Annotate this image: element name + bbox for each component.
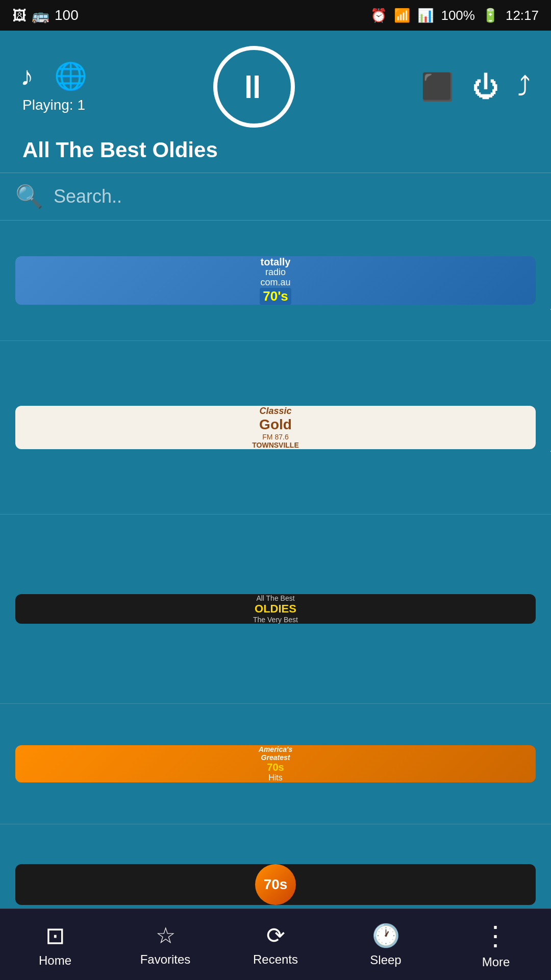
recents-icon: ⟳	[266, 922, 285, 948]
station-list: totally radio com.au 70's Totally Radio …	[0, 220, 551, 921]
status-icon-nav: 🚌	[32, 7, 49, 24]
favorites-icon: ☆	[156, 922, 176, 948]
clock-time: 12:17	[506, 8, 539, 23]
list-item[interactable]: totally radio com.au 70's Totally Radio …	[0, 220, 551, 341]
station-logo-oldies: All The Best OLDIES The Very Best	[15, 594, 536, 624]
playing-label: Playing: 1	[22, 97, 85, 113]
music-note-icon[interactable]: ♪	[20, 61, 34, 92]
left-controls: ♪ 🌐 Playing: 1	[20, 61, 87, 113]
home-icon: ⊡	[45, 922, 65, 949]
station-logo-totally: totally radio com.au 70's	[15, 256, 536, 304]
status-number: 100	[55, 7, 79, 23]
stop-icon[interactable]: ⬛	[421, 71, 454, 103]
nav-recents[interactable]: ⟳ Recents	[220, 922, 331, 967]
nav-home[interactable]: ⊡ Home	[0, 922, 110, 968]
signal-icon: 📊	[417, 8, 434, 23]
search-icon: 🔍	[15, 183, 43, 210]
nav-favorites[interactable]: ☆ Favorites	[110, 922, 220, 967]
nav-home-label: Home	[39, 953, 71, 968]
pause-button-wrap: ⏸	[213, 46, 295, 128]
list-item[interactable]: 70s San Franciscos 70s Hits USA 128k - 7…	[0, 824, 551, 921]
list-item[interactable]: Classic Gold FM 87.6 TOWNSVILLE Classic …	[0, 341, 551, 514]
player-area: ♪ 🌐 Playing: 1 ⏸ ⬛ ⏻ ⤴ All The Best Oldi…	[0, 31, 551, 173]
share-icon[interactable]: ⤴	[517, 71, 531, 102]
status-left: 🖼 🚌 100	[12, 7, 79, 24]
globe-icon[interactable]: 🌐	[54, 61, 87, 92]
right-controls: ⬛ ⏻ ⤴	[421, 71, 531, 103]
power-icon[interactable]: ⏻	[472, 71, 499, 102]
now-playing-title: All The Best Oldies	[20, 138, 531, 162]
pause-icon: ⏸	[236, 68, 272, 106]
wifi-icon: 📶	[394, 8, 410, 23]
search-bar: 🔍	[0, 173, 551, 220]
search-input[interactable]	[54, 186, 536, 207]
player-controls-row: ♪ 🌐 Playing: 1 ⏸ ⬛ ⏻ ⤴	[20, 46, 531, 128]
more-icon: ⋮	[482, 920, 510, 951]
alarm-icon: ⏰	[370, 8, 387, 23]
nav-more[interactable]: ⋮ More	[441, 920, 551, 969]
status-bar: 🖼 🚌 100 ⏰ 📶 📊 100% 🔋 12:17	[0, 0, 551, 31]
nav-sleep[interactable]: 🕐 Sleep	[331, 922, 441, 967]
nav-sleep-label: Sleep	[370, 953, 401, 967]
status-icon-image: 🖼	[12, 7, 27, 24]
left-icons: ♪ 🌐	[20, 61, 87, 92]
bottom-nav: ⊡ Home ☆ Favorites ⟳ Recents 🕐 Sleep ⋮ M…	[0, 909, 551, 980]
station-logo-sf: 70s	[15, 864, 536, 905]
list-item[interactable]: All The Best OLDIES The Very Best All Th…	[0, 514, 551, 704]
station-logo-americas: America's Greatest 70s Hits	[15, 745, 536, 782]
list-item[interactable]: America's Greatest 70s Hits Americas Gre…	[0, 704, 551, 824]
pause-button[interactable]: ⏸	[213, 46, 295, 128]
battery-icon: 🔋	[482, 8, 498, 23]
nav-more-label: More	[482, 955, 510, 969]
sleep-icon: 🕐	[372, 922, 400, 949]
sf-logo-circle: 70s	[255, 864, 296, 905]
station-logo-classic: Classic Gold FM 87.6 TOWNSVILLE	[15, 406, 536, 449]
battery-text: 100%	[441, 8, 475, 23]
status-right: ⏰ 📶 📊 100% 🔋 12:17	[370, 8, 539, 23]
nav-recents-label: Recents	[253, 952, 298, 967]
nav-favorites-label: Favorites	[140, 952, 191, 967]
